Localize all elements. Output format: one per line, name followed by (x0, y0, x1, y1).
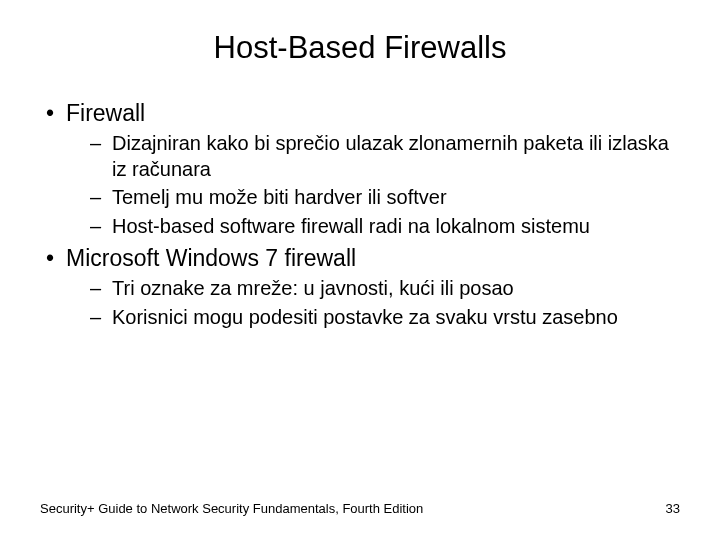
list-item: Tri oznake za mreže: u javnosti, kući il… (66, 276, 680, 302)
bullet-text: Microsoft Windows 7 firewall (66, 245, 356, 271)
slide-footer: Security+ Guide to Network Security Fund… (40, 501, 680, 516)
sub-list: Tri oznake za mreže: u javnosti, kući il… (66, 276, 680, 330)
sub-bullet-text: Host-based software firewall radi na lok… (112, 215, 590, 237)
list-item: Temelj mu može biti hardver ili softver (66, 185, 680, 211)
list-item: Dizajniran kako bi sprečio ulazak zlonam… (66, 131, 680, 182)
sub-bullet-text: Dizajniran kako bi sprečio ulazak zlonam… (112, 132, 669, 180)
list-item: Korisnici mogu podesiti postavke za svak… (66, 305, 680, 331)
sub-list: Dizajniran kako bi sprečio ulazak zlonam… (66, 131, 680, 239)
sub-bullet-text: Temelj mu može biti hardver ili softver (112, 186, 447, 208)
slide-title: Host-Based Firewalls (40, 30, 680, 66)
sub-bullet-text: Tri oznake za mreže: u javnosti, kući il… (112, 277, 514, 299)
list-item: Host-based software firewall radi na lok… (66, 214, 680, 240)
footer-source: Security+ Guide to Network Security Fund… (40, 501, 423, 516)
bullet-text: Firewall (66, 100, 145, 126)
bullet-list: Firewall Dizajniran kako bi sprečio ulaz… (40, 100, 680, 331)
list-item: Firewall Dizajniran kako bi sprečio ulaz… (40, 100, 680, 239)
page-number: 33 (666, 501, 680, 516)
slide: Host-Based Firewalls Firewall Dizajniran… (0, 0, 720, 540)
sub-bullet-text: Korisnici mogu podesiti postavke za svak… (112, 306, 618, 328)
list-item: Microsoft Windows 7 firewall Tri oznake … (40, 245, 680, 330)
